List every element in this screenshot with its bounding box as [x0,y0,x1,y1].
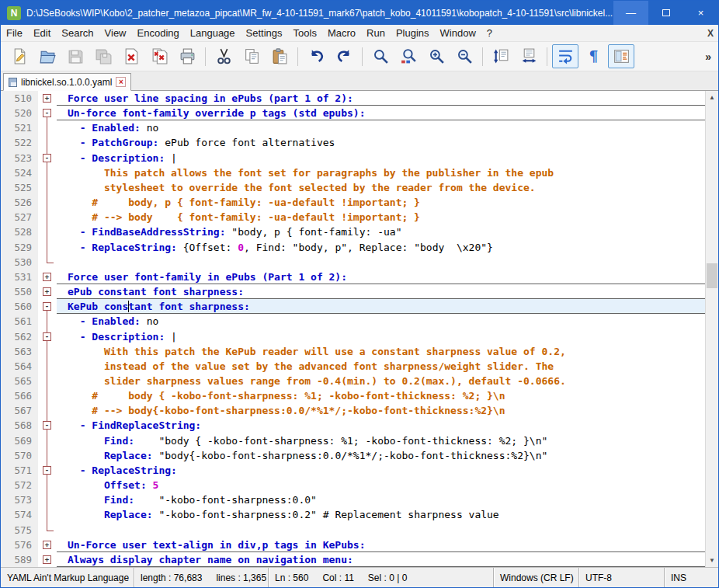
line-content[interactable]: Force user line spacing in ePubs (part 1… [57,91,705,106]
scroll-up-arrow[interactable]: ▲ [706,91,718,104]
save-button[interactable] [62,44,89,68]
tab-libnickel[interactable]: libnickel.so.1.0.0.yaml × [3,73,131,91]
document-map-button[interactable] [608,44,634,68]
editor-line-574[interactable]: 574 Replace: "-kobo-font-sharpness:0.2" … [1,507,705,522]
line-content[interactable]: - FindReplaceString: [57,418,705,433]
editor-line-562[interactable]: 562- - Description: | [1,329,705,344]
line-content[interactable]: KePub constant font sharpness: [57,299,705,314]
fold-collapse-icon[interactable]: - [38,418,57,433]
menu-window[interactable]: Window [435,25,481,41]
paste-button[interactable] [266,44,293,68]
line-content[interactable]: Un-Force user text-align in div,p tags i… [57,538,705,552]
editor-line-531[interactable]: 531+Force user font-family in ePubs (Par… [1,270,705,284]
editor-line-576[interactable]: 576+Un-Force user text-align in div,p ta… [1,538,705,552]
sync-vertical-button[interactable] [488,44,514,68]
line-content[interactable]: - ReplaceString: {Offset: 0, Find: "body… [57,240,705,255]
fold-box[interactable]: + [43,273,51,281]
line-content[interactable]: # body { -kobo-font-sharpness: %1; -kobo… [57,388,705,403]
line-content[interactable]: Offset: 5 [57,478,705,492]
line-content[interactable]: With this patch the KePub reader will us… [57,344,705,359]
redo-button[interactable] [331,44,357,68]
editor-line-568[interactable]: 568- - FindReplaceString: [1,418,705,433]
tab-close-icon[interactable]: × [116,77,126,87]
editor-line-571[interactable]: 571- - ReplaceString: [1,463,705,478]
line-content[interactable]: Always display chapter name on navigatio… [57,552,705,567]
line-content[interactable]: # body, p { font-family: -ua-default !im… [57,195,705,210]
new-file-button[interactable] [6,44,33,68]
menu-search[interactable]: Search [56,25,99,41]
editor-line-525[interactable]: 525 stylesheet to override the font sele… [1,180,705,195]
scroll-down-arrow[interactable]: ▼ [706,554,718,567]
menu-settings[interactable]: Settings [241,25,288,41]
fold-expand-icon[interactable]: + [38,270,57,284]
minimize-button[interactable]: — [613,1,648,25]
editor-line-523[interactable]: 523- - Description: | [1,151,705,165]
line-content[interactable] [57,255,705,270]
menu-plugins[interactable]: Plugins [391,25,435,41]
menu-view[interactable]: View [99,25,132,41]
undo-button[interactable] [303,44,329,68]
show-all-characters-button[interactable]: ¶ [580,44,606,68]
menu-encoding[interactable]: Encoding [132,25,185,41]
copy-button[interactable] [238,44,265,68]
fold-box[interactable]: - [43,332,51,341]
print-button[interactable] [174,44,200,68]
editor-line-573[interactable]: 573 Find: "-kobo-font-sharpness:0.0" [1,492,705,507]
editor-line-529[interactable]: 529 - ReplaceString: {Offset: 0, Find: "… [1,240,705,255]
line-content[interactable]: Replace: "-kobo-font-sharpness:0.2" # Re… [57,507,705,522]
fold-box[interactable]: - [43,302,51,311]
line-content[interactable]: Replace: "body{-kobo-font-sharpness:0.0/… [57,448,705,463]
editor-line-521[interactable]: 521 - Enabled: no [1,120,705,135]
save-all-button[interactable] [90,44,116,68]
editor-line-569[interactable]: 569 Find: "body { -kobo-font-sharpness: … [1,433,705,448]
line-content[interactable]: Un-force font-family override p tags (st… [57,106,705,120]
editor-line-522[interactable]: 522 - PatchGroup: ePub force font altern… [1,135,705,150]
editor-line-530[interactable]: 530 [1,255,705,270]
status-insert-mode[interactable]: INS [665,568,718,587]
menu-language[interactable]: Language [185,25,241,41]
menu-run[interactable]: Run [361,25,391,41]
editor-line-564[interactable]: 564 instead of the value set by the adva… [1,359,705,374]
fold-expand-icon[interactable]: + [38,538,57,552]
line-content[interactable]: This patch allows the font set for parag… [57,165,705,180]
editor-line-526[interactable]: 526 # body, p { font-family: -ua-default… [1,195,705,210]
editor-line-570[interactable]: 570 Replace: "body{-kobo-font-sharpness:… [1,448,705,463]
line-content[interactable] [57,523,705,538]
maximize-button[interactable] [648,1,683,25]
fold-box[interactable]: - [43,466,51,475]
fold-box[interactable]: + [43,541,51,549]
menu-tools[interactable]: Tools [288,25,322,41]
editor-line-563[interactable]: 563 With this patch the KePub reader wil… [1,344,705,359]
fold-box[interactable]: + [43,287,51,296]
editor-line-550[interactable]: 550+ePub constant font sharpness: [1,284,705,299]
fold-collapse-icon[interactable]: - [38,299,57,314]
fold-box[interactable]: - [43,154,51,162]
fold-expand-icon[interactable]: + [38,91,57,106]
editor-line-567[interactable]: 567 # --> body{-kobo-font-sharpness:0.0/… [1,403,705,418]
fold-box[interactable]: - [43,421,51,430]
line-content[interactable]: stylesheet to override the font selected… [57,180,705,195]
line-content[interactable]: - FindBaseAddressString: "body, p { font… [57,224,705,239]
word-wrap-button[interactable] [552,44,578,68]
editor-text-area[interactable]: 510+Force user line spacing in ePubs (pa… [1,91,705,567]
line-content[interactable]: slider sharpness values range from -0.4(… [57,374,705,388]
title-bar[interactable]: N D:\JSeBooks\WIP\Kobo\2_patcher_metazoa… [1,1,718,25]
sync-horizontal-button[interactable] [516,44,542,68]
editor-line-510[interactable]: 510+Force user line spacing in ePubs (pa… [1,91,705,106]
editor-line-589[interactable]: 589+Always display chapter name on navig… [1,552,705,567]
line-content[interactable]: - ReplaceString: [57,463,705,478]
menu-edit[interactable]: Edit [28,25,56,41]
fold-box[interactable]: + [43,94,51,103]
vertical-scrollbar[interactable]: ▲ ▼ [705,91,718,567]
fold-collapse-icon[interactable]: - [38,151,57,165]
fold-expand-icon[interactable]: + [38,552,57,567]
fold-box[interactable]: - [43,109,51,117]
fold-collapse-icon[interactable]: - [38,463,57,478]
status-encoding[interactable]: UTF-8 [579,568,665,587]
editor-line-527[interactable]: 527 # --> body { font-family: -ua-defaul… [1,210,705,224]
line-content[interactable]: instead of the value set by the advanced… [57,359,705,374]
editor-line-575[interactable]: 575 [1,523,705,538]
find-button[interactable] [367,44,394,68]
status-eol-format[interactable]: Windows (CR LF) [494,568,579,587]
close-button[interactable] [118,44,144,68]
